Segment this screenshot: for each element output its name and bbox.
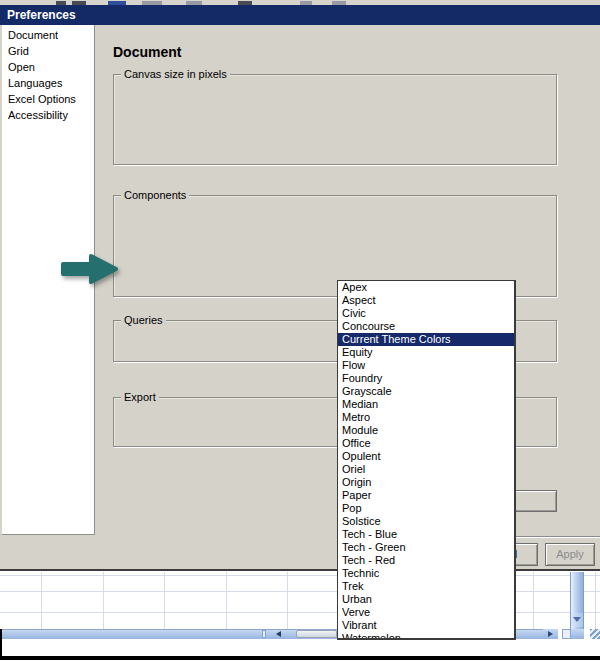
color-scheme-option[interactable]: Flow xyxy=(338,359,514,372)
sidebar-item-accessibility[interactable]: Accessibility xyxy=(2,107,94,123)
sidebar-item-grid[interactable]: Grid xyxy=(2,43,94,59)
queries-group-label: Queries xyxy=(121,314,166,327)
color-scheme-option[interactable]: Oriel xyxy=(338,463,514,476)
dialog-title: Preferences xyxy=(7,8,76,22)
sidebar-item-open[interactable]: Open xyxy=(2,59,94,75)
color-scheme-listbox[interactable]: ApexAspectCivicConcourseCurrent Theme Co… xyxy=(337,280,516,640)
sidebar-item-document[interactable]: Document xyxy=(2,27,94,43)
resize-grip-icon[interactable] xyxy=(590,629,600,639)
color-scheme-option[interactable]: Concourse xyxy=(338,320,514,333)
color-scheme-option[interactable]: Urban xyxy=(338,593,514,606)
color-scheme-option[interactable]: Trek xyxy=(338,580,514,593)
sidebar-item-languages[interactable]: Languages xyxy=(2,75,94,91)
scroll-down-button[interactable] xyxy=(571,613,583,627)
canvas-size-group-label: Canvas size in pixels xyxy=(121,68,230,81)
color-scheme-option[interactable]: Median xyxy=(338,398,514,411)
dialog-titlebar: Preferences xyxy=(0,5,600,25)
color-scheme-option[interactable]: Metro xyxy=(338,411,514,424)
scrollbar-splitter[interactable] xyxy=(562,629,571,639)
color-scheme-option[interactable]: Equity xyxy=(338,346,514,359)
color-scheme-option[interactable]: Current Theme Colors xyxy=(338,333,514,346)
color-scheme-option[interactable]: Opulent xyxy=(338,450,514,463)
color-scheme-option[interactable]: Office xyxy=(338,437,514,450)
color-scheme-option[interactable]: Vibrant xyxy=(338,619,514,632)
color-scheme-option[interactable]: Pop xyxy=(338,502,514,515)
color-scheme-option[interactable]: Tech - Red xyxy=(338,554,514,567)
chevron-down-icon xyxy=(573,617,581,622)
color-scheme-option[interactable]: Solstice xyxy=(338,515,514,528)
canvas-size-group: Canvas size in pixels xyxy=(113,74,557,165)
horizontal-scrollbar-thumb[interactable] xyxy=(296,630,337,638)
chevron-right-icon xyxy=(548,631,553,637)
color-scheme-option[interactable]: Watermelon xyxy=(338,632,514,640)
color-scheme-option[interactable]: Origin xyxy=(338,476,514,489)
screenshot-bottom-border xyxy=(0,656,600,660)
color-scheme-option[interactable]: Grayscale xyxy=(338,385,514,398)
color-scheme-option[interactable]: Module xyxy=(338,424,514,437)
color-scheme-option[interactable]: Civic xyxy=(338,307,514,320)
color-scheme-option[interactable]: Foundry xyxy=(338,372,514,385)
color-scheme-option[interactable]: Technic xyxy=(338,567,514,580)
chevron-left-icon[interactable] xyxy=(276,631,281,637)
components-group-label: Components xyxy=(121,189,189,202)
color-scheme-option[interactable]: Tech - Blue xyxy=(338,528,514,541)
scrollbar-corner xyxy=(571,629,584,639)
screen: Preferences DocumentGridOpenLanguagesExc… xyxy=(0,0,600,661)
color-scheme-option[interactable]: Apex xyxy=(338,281,514,294)
color-scheme-option[interactable]: Verve xyxy=(338,606,514,619)
annotation-arrow-icon xyxy=(58,252,120,286)
apply-button[interactable]: Apply xyxy=(545,543,595,566)
scrollbar-divider xyxy=(262,630,266,638)
page-title: Document xyxy=(113,44,181,60)
sidebar-item-excel-options[interactable]: Excel Options xyxy=(2,91,94,107)
bottom-strip xyxy=(0,639,600,657)
color-scheme-option[interactable]: Tech - Green xyxy=(338,541,514,554)
export-group-label: Export xyxy=(121,391,159,404)
vertical-scrollbar[interactable] xyxy=(570,572,584,629)
color-scheme-option[interactable]: Paper xyxy=(338,489,514,502)
scroll-right-button[interactable] xyxy=(543,629,558,639)
color-scheme-option[interactable]: Aspect xyxy=(338,294,514,307)
screenshot-left-border xyxy=(0,629,2,660)
